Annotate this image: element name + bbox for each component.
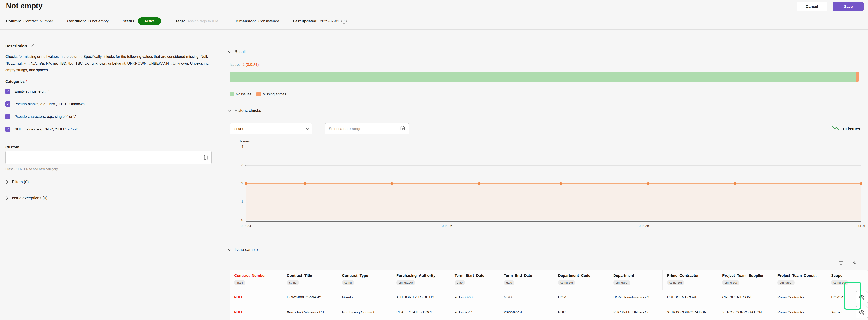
clipboard-icon[interactable]: [200, 151, 212, 164]
table-row: NULLHOM3408HOPWA 42...GrantsAUTHORITY TO…: [230, 290, 868, 305]
y-tick-label: 1: [235, 200, 243, 204]
issue-sample-table: Contract_Numberint64Contract_Titlestring…: [229, 270, 868, 320]
issue-exceptions-toggle[interactable]: Issue exceptions (0): [5, 196, 48, 200]
status-badge[interactable]: Active: [138, 18, 161, 25]
custom-category-input[interactable]: [5, 151, 212, 165]
y-gridline: [246, 147, 861, 147]
chevron-down-icon: [228, 108, 231, 112]
category-label: Empty strings, e.g., ' ': [14, 89, 49, 93]
y-tick-label: 3: [235, 163, 243, 167]
table-cell: REAL ESTATE - DOCU...: [392, 305, 450, 320]
column-header[interactable]: Prime_Contractorstring(50): [663, 270, 718, 290]
y-tick-label: 2: [235, 181, 243, 185]
legend-label: No issues: [236, 92, 251, 96]
column-header[interactable]: Project_Team_Consti...string(50): [773, 270, 827, 290]
data-point-marker: [860, 182, 862, 185]
missing-entries-bar-segment: [856, 72, 859, 82]
legend-item: No issues: [229, 92, 251, 96]
column-header[interactable]: Departmentstring(50): [609, 270, 663, 290]
category-checkbox[interactable]: ✓: [5, 101, 10, 107]
column-name: Project_Team_Supplier: [722, 273, 773, 278]
column-header[interactable]: Term_End_Datedate: [499, 270, 554, 290]
table-cell: NULL: [499, 290, 554, 305]
trend-summary: +0 issues: [832, 125, 860, 133]
column-header[interactable]: Contract_Typestring: [338, 270, 392, 290]
category-checkbox[interactable]: ✓: [5, 89, 10, 94]
column-name: Prime_Contractor: [667, 273, 718, 278]
table-row: NULLXerox for Calaveras Rd...Purchasing …: [230, 305, 868, 320]
x-tick-label: Jun 28: [639, 224, 649, 228]
table-cell: 2017-08-03: [450, 290, 499, 305]
no-issues-bar-segment: [229, 72, 856, 82]
table-cell: XEROX CORPORATION: [663, 305, 718, 320]
x-tick-label: Jun 26: [442, 224, 452, 228]
column-header[interactable]: Department_Codestring(50): [554, 270, 609, 290]
cancel-button[interactable]: Cancel: [797, 2, 827, 11]
historic-checks-toggle[interactable]: Historic checks: [229, 108, 261, 113]
categories-label: Categories*: [5, 79, 27, 84]
column-header[interactable]: Term_Start_Datedate: [450, 270, 499, 290]
column-header[interactable]: Project_Team_Supplierstring(50): [718, 270, 773, 290]
category-checkbox[interactable]: ✓: [5, 127, 10, 132]
eye-off-icon: [858, 294, 865, 301]
custom-category-field[interactable]: [5, 151, 200, 164]
metric-dropdown[interactable]: Issues: [229, 123, 312, 134]
column-type-badge: date: [455, 280, 465, 285]
y-tick-label: 0: [235, 218, 243, 222]
column-name: Contract_Title: [287, 273, 338, 278]
date-range-picker[interactable]: Select a date range: [325, 123, 409, 134]
eye-off-button[interactable]: [856, 291, 868, 303]
result-legend: No issuesMissing entries: [229, 92, 286, 96]
y-tick-label: 4: [235, 145, 243, 149]
y-axis-title: Issues: [240, 139, 250, 143]
save-button[interactable]: Save: [833, 2, 864, 11]
download-icon[interactable]: [850, 259, 859, 267]
result-section-toggle[interactable]: Result: [229, 49, 246, 54]
table-cell: HOM3408HOPWA 42...: [282, 290, 338, 305]
column-name: Contract_Type: [342, 273, 392, 278]
column-type-badge: string(50): [667, 280, 684, 285]
filter-icon[interactable]: [837, 259, 845, 267]
tags-input[interactable]: Assign tags to rule...: [187, 19, 221, 23]
series-area-fill: [246, 183, 861, 220]
column-header[interactable]: Scope_string(50): [827, 270, 868, 290]
column-header[interactable]: Contract_Numberint64: [230, 270, 282, 290]
custom-hint: Press ↵ ENTER to add new category.: [5, 167, 58, 171]
more-options-button[interactable]: …: [781, 2, 787, 11]
pencil-icon[interactable]: [31, 43, 36, 49]
description-text: Checks for missing or null values in the…: [5, 53, 209, 74]
column-type-badge: date: [504, 280, 514, 285]
result-bar: [229, 72, 859, 82]
eye-off-button[interactable]: [856, 306, 868, 318]
custom-label: Custom: [5, 145, 19, 149]
legend-item: Missing entries: [256, 92, 286, 96]
table-cell: Prime Contractor: [773, 290, 827, 305]
info-icon[interactable]: i: [341, 19, 347, 24]
table-cell: 2022-07-14: [499, 305, 554, 320]
header-actions: … Cancel Save: [781, 2, 864, 11]
filters-section-toggle[interactable]: Filters (0): [5, 180, 29, 184]
required-asterisk: *: [26, 79, 27, 84]
meta-tags: Tags: Assign tags to rule...: [175, 19, 221, 23]
chevron-down-icon: [306, 126, 309, 130]
table-cell: PUC Public Utilities Co...: [609, 305, 663, 320]
table-cell: 2017-07-14: [450, 305, 499, 320]
column-header[interactable]: Purchasing_Authoritystring(100): [392, 270, 450, 290]
column-name: Contract_Number: [234, 273, 282, 278]
column-header[interactable]: Contract_Titlestring: [282, 270, 338, 290]
table-cell: PUC: [554, 305, 609, 320]
table-cell: XEROX CORPORATION: [718, 305, 773, 320]
category-checkbox[interactable]: ✓: [5, 114, 10, 119]
table-cell: Purchasing Contract: [338, 305, 392, 320]
column-type-badge: string(50): [831, 280, 848, 285]
category-row: ✓Empty strings, e.g., ' ': [5, 89, 86, 94]
table-cell: Xerox for Calaveras Rd...: [282, 305, 338, 320]
column-type-badge: string(50): [777, 280, 795, 285]
legend-swatch: [229, 92, 234, 96]
x-tick-label: Jun 24: [241, 224, 251, 228]
column-type-badge: string(50): [613, 280, 630, 285]
legend-label: Missing entries: [262, 92, 286, 96]
meta-last-updated: Last updated: 2025-07-01 i: [293, 19, 347, 24]
header: Not empty … Cancel Save Column: Contract…: [0, 0, 868, 30]
issue-sample-toggle[interactable]: Issue sample: [229, 248, 258, 252]
